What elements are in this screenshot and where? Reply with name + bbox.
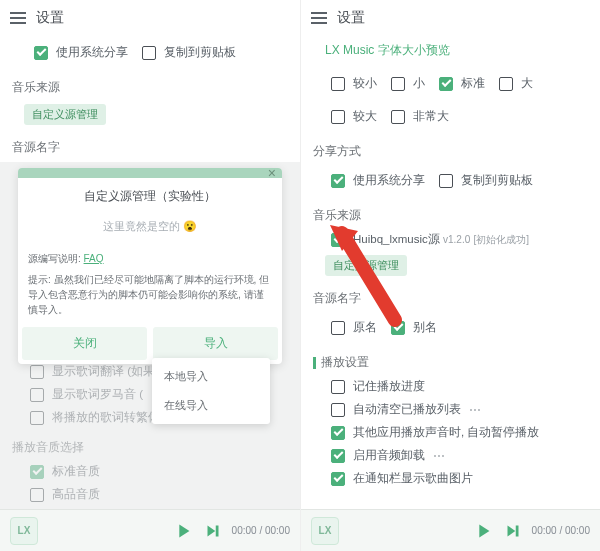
- left-pane: 设置 使用系统分享 复制到剪贴板 音乐来源 自定义源管理 音源名字 显示歌词翻译…: [0, 0, 300, 551]
- play-icon[interactable]: [472, 520, 494, 542]
- checkbox-row[interactable]: 启用音频卸载 ⋯: [313, 444, 588, 467]
- faq-link[interactable]: FAQ: [84, 253, 104, 264]
- checkbox-icon: [499, 77, 513, 91]
- lx-badge[interactable]: LX: [10, 517, 38, 545]
- modal-desc-prefix: 源编写说明:: [28, 253, 84, 264]
- modal-head: ×: [18, 168, 282, 178]
- checkbox-icon: [439, 77, 453, 91]
- page-title: 设置: [36, 9, 64, 27]
- checkbox-label: 记住播放进度: [353, 379, 425, 394]
- import-dropdown: 本地导入 在线导入: [152, 358, 270, 424]
- checkbox-icon: [331, 321, 345, 335]
- modal-hint: 提示: 虽然我们已经尽可能地隔离了脚本的运行环境, 但导入包含恶意行为的脚本仍可…: [18, 268, 282, 327]
- modal-title: 自定义源管理（实验性）: [18, 178, 282, 211]
- radio-row[interactable]: 标准: [439, 72, 485, 95]
- radio-row[interactable]: 较大: [331, 105, 377, 128]
- section-source-name: 音源名字: [12, 129, 288, 160]
- option-label: 大: [521, 76, 533, 91]
- next-icon[interactable]: [502, 520, 524, 542]
- topbar: 设置: [0, 0, 300, 36]
- custom-source-modal: × 自定义源管理（实验性） 这里竟然是空的 😮 源编写说明: FAQ 提示: 虽…: [18, 168, 282, 364]
- close-button[interactable]: 关闭: [22, 327, 147, 360]
- checkbox-icon: [331, 174, 345, 188]
- time-text: 00:00 / 00:00: [532, 525, 590, 536]
- section-share: 分享方式: [313, 133, 588, 164]
- checkbox-row[interactable]: 记住播放进度: [313, 375, 588, 398]
- checkbox-row[interactable]: 使用系统分享: [331, 169, 425, 192]
- checkbox-label: 复制到剪贴板: [461, 173, 533, 188]
- checkbox-icon: [331, 233, 345, 247]
- page-title: 设置: [337, 9, 365, 27]
- source-name: Huibq_lxmusic源: [353, 233, 440, 245]
- checkbox-icon: [331, 77, 345, 91]
- time-text: 00:00 / 00:00: [232, 525, 290, 536]
- radio-row[interactable]: 较小: [331, 72, 377, 95]
- checkbox-icon: [331, 110, 345, 124]
- right-pane: 设置 LX Music 字体大小预览 较小 小 标准 大 较大 非常大 分享方式…: [300, 0, 600, 551]
- option-label: 非常大: [413, 109, 449, 124]
- checkbox-label: 复制到剪贴板: [164, 45, 236, 60]
- checkbox-icon: [331, 472, 345, 486]
- checkbox-icon: [331, 403, 345, 417]
- checkbox-icon: [331, 426, 345, 440]
- source-item-label: Huibq_lxmusic源 v1.2.0 [初始化成功]: [353, 232, 529, 247]
- section-music-source: 音乐来源: [313, 197, 588, 228]
- section-play-settings: 播放设置: [313, 344, 588, 375]
- radio-row[interactable]: 小: [391, 72, 425, 95]
- checkbox-label: 启用音频卸载: [353, 448, 425, 463]
- checkbox-label: 其他应用播放声音时, 自动暂停播放: [353, 425, 539, 440]
- checkbox-label: 自动清空已播放列表: [353, 402, 461, 417]
- play-icon[interactable]: [172, 520, 194, 542]
- radio-row[interactable]: 别名: [391, 316, 437, 339]
- checkbox-label: 在通知栏显示歌曲图片: [353, 471, 473, 486]
- checkbox-icon: [439, 174, 453, 188]
- option-label: 较小: [353, 76, 377, 91]
- radio-row[interactable]: 原名: [331, 316, 377, 339]
- option-label: 较大: [353, 109, 377, 124]
- checkbox-icon: [34, 46, 48, 60]
- option-label: 别名: [413, 320, 437, 335]
- checkbox-row[interactable]: 复制到剪贴板: [142, 41, 236, 64]
- player-bar: LX 00:00 / 00:00: [0, 509, 300, 551]
- checkbox-icon: [391, 110, 405, 124]
- checkbox-icon: [331, 449, 345, 463]
- checkbox-row[interactable]: 在通知栏显示歌曲图片: [313, 467, 588, 490]
- menu-icon[interactable]: [10, 12, 26, 24]
- checkbox-row[interactable]: 复制到剪贴板: [439, 169, 533, 192]
- source-status: [初始化成功]: [473, 234, 529, 245]
- import-local-item[interactable]: 本地导入: [152, 362, 270, 391]
- option-label: 原名: [353, 320, 377, 335]
- more-icon[interactable]: ⋯: [433, 449, 445, 463]
- scroll-area: LX Music 字体大小预览 较小 小 标准 大 较大 非常大 分享方式 使用…: [301, 36, 600, 544]
- checkbox-label: 使用系统分享: [353, 173, 425, 188]
- option-label: 标准: [461, 76, 485, 91]
- modal-empty-msg: 这里竟然是空的 😮: [18, 211, 282, 250]
- checkbox-icon: [142, 46, 156, 60]
- import-button[interactable]: 导入: [153, 327, 278, 360]
- checkbox-row[interactable]: 自动清空已播放列表 ⋯: [313, 398, 588, 421]
- section-music-source: 音乐来源: [12, 69, 288, 100]
- modal-desc: 源编写说明: FAQ: [18, 250, 282, 268]
- lx-badge[interactable]: LX: [311, 517, 339, 545]
- font-preview-link[interactable]: LX Music 字体大小预览: [313, 36, 588, 67]
- checkbox-row[interactable]: 使用系统分享: [34, 41, 128, 64]
- custom-source-chip[interactable]: 自定义源管理: [325, 255, 407, 276]
- menu-icon[interactable]: [311, 12, 327, 24]
- option-label: 小: [413, 76, 425, 91]
- topbar: 设置: [301, 0, 600, 36]
- custom-source-chip[interactable]: 自定义源管理: [24, 104, 106, 125]
- checkbox-icon: [391, 77, 405, 91]
- source-item-row[interactable]: Huibq_lxmusic源 v1.2.0 [初始化成功]: [313, 228, 588, 251]
- import-online-item[interactable]: 在线导入: [152, 391, 270, 420]
- checkbox-icon: [331, 380, 345, 394]
- radio-row[interactable]: 大: [499, 72, 533, 95]
- player-bar: LX 00:00 / 00:00: [301, 509, 600, 551]
- next-icon[interactable]: [202, 520, 224, 542]
- source-version: v1.2.0: [443, 234, 470, 245]
- radio-row[interactable]: 非常大: [391, 105, 449, 128]
- section-source-name: 音源名字: [313, 280, 588, 311]
- close-icon[interactable]: ×: [268, 166, 276, 180]
- checkbox-icon: [391, 321, 405, 335]
- more-icon[interactable]: ⋯: [469, 403, 481, 417]
- checkbox-row[interactable]: 其他应用播放声音时, 自动暂停播放: [313, 421, 588, 444]
